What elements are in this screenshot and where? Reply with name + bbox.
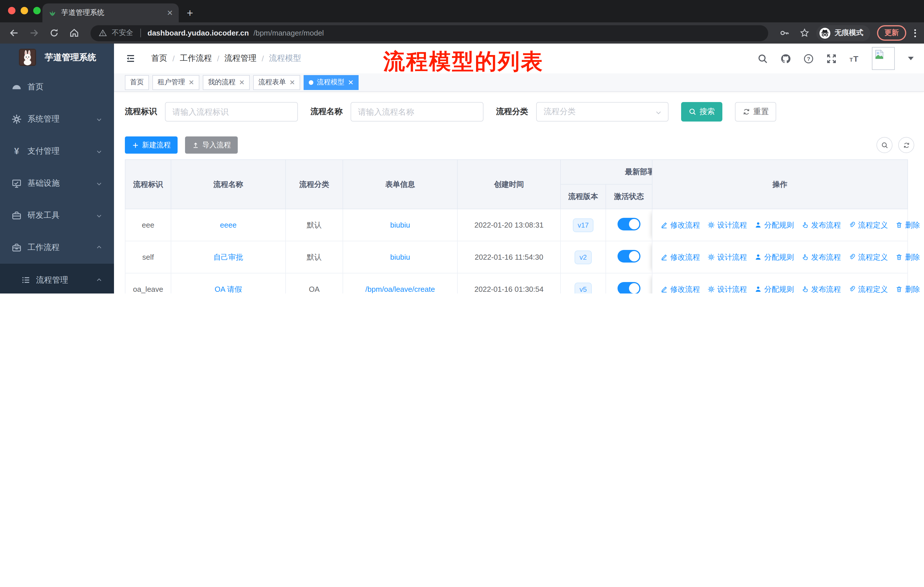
action-edit-link[interactable]: 修改流程: [660, 284, 700, 293]
active-toggle[interactable]: [617, 250, 640, 263]
action-assign-user-link[interactable]: 分配规则: [754, 284, 794, 293]
action-trash-link[interactable]: 删除: [895, 284, 920, 293]
import-process-button[interactable]: 导入流程: [185, 136, 238, 154]
window-maximize-button[interactable]: [33, 7, 41, 14]
column-header-category: 流程分类: [285, 160, 343, 209]
forward-icon[interactable]: [29, 28, 40, 38]
address-bar[interactable]: 不安全 dashboard.yudao.iocoder.cn/bpm/manag…: [91, 25, 768, 41]
column-header-create-time: 创建时间: [457, 160, 561, 209]
browser-menu-icon[interactable]: [914, 29, 916, 37]
sidebar-submenu: 流程管理 流程表单 用户分组 流程模型 任务管理 请假查询: [0, 264, 114, 293]
chevron-down-icon[interactable]: [908, 57, 914, 60]
close-tab-icon[interactable]: ✕: [167, 8, 173, 17]
version-badge: v17: [573, 218, 594, 232]
assign-user-icon: [754, 253, 762, 261]
sidebar-subitem-list[interactable]: 流程管理: [0, 265, 114, 293]
close-tab-icon[interactable]: ✕: [348, 78, 353, 86]
action-paperclip-link[interactable]: 流程定义: [848, 220, 888, 230]
edit-icon: [660, 253, 668, 261]
fullscreen-icon[interactable]: [826, 53, 837, 64]
tab-page-2[interactable]: 我的流程 ✕: [203, 75, 250, 90]
action-design-gear-link[interactable]: 设计流程: [708, 284, 747, 293]
breadcrumb-item[interactable]: 流程管理: [224, 53, 257, 64]
close-tab-icon[interactable]: ✕: [239, 78, 244, 86]
screen: 芋道管理系统 ✕ + 不安全 dashboard.yudao.iocoder.c…: [0, 0, 924, 293]
update-button[interactable]: 更新: [877, 25, 906, 41]
action-paperclip-link[interactable]: 流程定义: [848, 284, 888, 293]
font-size-icon[interactable]: TT: [849, 53, 860, 64]
active-toggle[interactable]: [617, 218, 640, 230]
active-toggle[interactable]: [617, 282, 640, 293]
process-name-link[interactable]: eeee: [220, 221, 237, 229]
sidebar-item-briefcase[interactable]: 工作流程: [0, 231, 114, 264]
action-edit-link[interactable]: 修改流程: [660, 252, 700, 262]
action-assign-user-link[interactable]: 分配规则: [754, 252, 794, 262]
reset-button[interactable]: 重置: [735, 102, 776, 122]
action-trash-link[interactable]: 删除: [895, 252, 920, 262]
table-row: self 自己审批 默认 biubiu 2022-01-16 11:54:30 …: [125, 241, 908, 273]
user-avatar[interactable]: [872, 47, 895, 70]
window-minimize-button[interactable]: [21, 7, 28, 14]
refresh-table-button[interactable]: [898, 137, 914, 153]
action-publish-hand-link[interactable]: 发布流程: [802, 284, 841, 293]
show-search-button[interactable]: [876, 137, 893, 153]
tab-page-4[interactable]: 流程模型 ✕: [304, 75, 359, 90]
action-assign-user-link[interactable]: 分配规则: [754, 220, 794, 230]
bookmark-star-icon[interactable]: [799, 28, 810, 38]
window-close-button[interactable]: [8, 7, 15, 14]
collapse-menu-icon[interactable]: [125, 53, 136, 64]
action-trash-link[interactable]: 删除: [895, 220, 920, 230]
svg-text:T: T: [853, 54, 858, 63]
action-publish-hand-link[interactable]: 发布流程: [802, 252, 841, 262]
home-icon[interactable]: [69, 28, 80, 38]
app-title: 芋道管理系统: [45, 52, 96, 63]
sidebar-item-monitor[interactable]: 基础设施: [0, 167, 114, 200]
breadcrumb-item[interactable]: 首页: [151, 53, 167, 64]
broken-image-icon: [874, 49, 885, 60]
tab-home[interactable]: 首页: [125, 75, 149, 90]
search-icon[interactable]: [757, 53, 768, 64]
action-design-gear-link[interactable]: 设计流程: [708, 252, 747, 262]
reload-icon[interactable]: [49, 28, 59, 38]
not-secure-warning-icon: [99, 29, 107, 37]
new-tab-button[interactable]: +: [187, 7, 193, 20]
tab-page-1[interactable]: 租户管理 ✕: [152, 75, 200, 90]
create-process-button[interactable]: 新建流程: [125, 136, 178, 154]
table-row: eee eeee 默认 biubiu 2022-01-20 13:08:31 v…: [125, 209, 908, 241]
sidebar-item-yen[interactable]: ¥ 支付管理: [0, 135, 114, 167]
github-icon[interactable]: [780, 53, 791, 64]
tab-page-3[interactable]: 流程表单 ✕: [253, 75, 300, 90]
search-button[interactable]: 搜索: [681, 102, 723, 122]
form-info-link[interactable]: /bpm/oa/leave/create: [365, 285, 435, 293]
password-key-icon[interactable]: [779, 28, 790, 38]
sidebar-item-label: 系统管理: [28, 114, 59, 124]
close-tab-icon[interactable]: ✕: [188, 78, 194, 86]
action-edit-link[interactable]: 修改流程: [660, 220, 700, 230]
filter-name-label: 流程名称: [310, 107, 343, 117]
cell-category: OA: [285, 273, 343, 293]
breadcrumb: 首页/工作流程/流程管理/流程模型: [151, 53, 301, 64]
process-id-input[interactable]: [165, 102, 298, 122]
window-controls[interactable]: [8, 7, 41, 14]
breadcrumb-item[interactable]: 工作流程: [180, 53, 212, 64]
process-name-input[interactable]: [351, 102, 483, 122]
process-name-link[interactable]: OA 请假: [214, 284, 242, 293]
publish-hand-icon: [802, 221, 809, 229]
sidebar-item-gear[interactable]: 系统管理: [0, 103, 114, 135]
form-info-link[interactable]: biubiu: [390, 253, 410, 261]
edit-icon: [660, 221, 668, 229]
sidebar-item-toolbox[interactable]: 研发工具: [0, 200, 114, 231]
action-design-gear-link[interactable]: 设计流程: [708, 220, 747, 230]
process-name-link[interactable]: 自己审批: [213, 253, 243, 261]
security-label[interactable]: 不安全: [112, 28, 133, 38]
tab-label: 我的流程: [208, 78, 236, 87]
action-publish-hand-link[interactable]: 发布流程: [802, 220, 841, 230]
browser-tab[interactable]: 芋道管理系统 ✕: [42, 3, 179, 22]
form-info-link[interactable]: biubiu: [390, 221, 410, 229]
sidebar-item-dashboard[interactable]: 首页: [0, 71, 114, 103]
close-tab-icon[interactable]: ✕: [289, 78, 295, 86]
action-paperclip-link[interactable]: 流程定义: [848, 252, 888, 262]
category-select[interactable]: 流程分类: [536, 102, 668, 122]
help-icon[interactable]: ?: [803, 53, 814, 64]
back-icon[interactable]: [8, 28, 20, 38]
